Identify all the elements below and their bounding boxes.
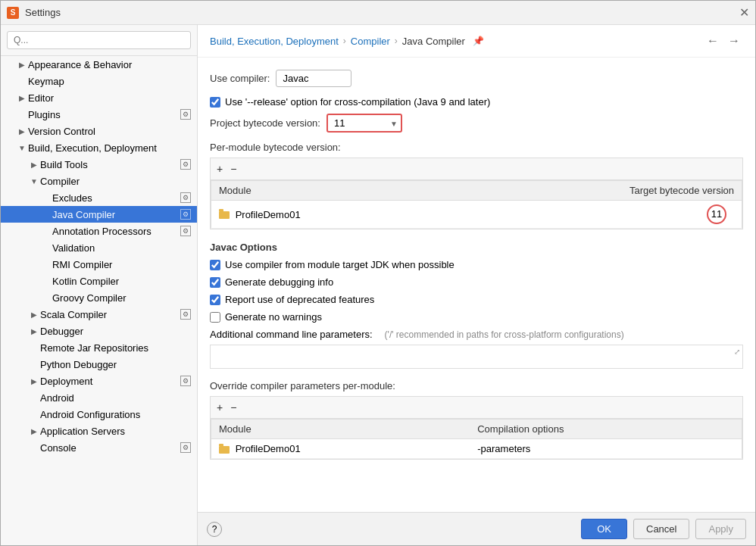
target-version-column-header: Target bytecode version [448,181,742,201]
add-module-button[interactable]: + [214,161,226,176]
per-module-table-header: Module Target bytecode version [211,181,742,201]
sidebar-item-debugger[interactable]: Debugger [1,323,197,339]
cmd-textarea-wrapper: ⤢ [210,345,743,371]
sidebar-label-kotlin: Kotlin Compiler [52,276,119,287]
option2-checkbox[interactable] [210,277,220,288]
sidebar-item-application-servers[interactable]: Application Servers [1,423,197,439]
option4-checkbox[interactable] [210,312,220,323]
expand-arrow-debugger [28,325,40,337]
breadcrumb-java-compiler: Java Compiler [402,36,465,47]
remove-override-button[interactable]: − [227,400,239,415]
sidebar-item-java-compiler[interactable]: Java Compiler ⚙ [1,206,197,223]
per-module-table-container: Module Target bytecode version [210,179,743,229]
option3-checkbox[interactable] [210,295,220,305]
sidebar-label-groovy: Groovy Compiler [52,292,127,304]
expand-textarea-icon[interactable]: ⤢ [734,348,740,356]
table-row: ProfileDemo01 -parameters [211,439,742,459]
module-folder-icon [219,211,230,219]
sidebar-item-compiler[interactable]: Compiler [1,173,197,189]
option2-label: Generate debugging info [225,276,333,288]
sidebar-item-annotation-processors[interactable]: Annotation Processors ⚙ [1,223,197,239]
per-module-table: Module Target bytecode version [211,180,742,229]
sidebar-item-validation[interactable]: Validation [1,239,197,256]
additional-cmd-label: Additional command line parameters: [210,329,373,340]
sidebar-item-groovy-compiler[interactable]: Groovy Compiler [1,289,197,306]
additional-cmd-hint: ('/' recommended in paths for cross-plat… [385,329,624,340]
breadcrumb-build[interactable]: Build, Execution, Deployment [210,36,339,47]
sidebar-item-python-debugger[interactable]: Python Debugger [1,356,197,373]
help-button[interactable]: ? [207,522,222,537]
sidebar-item-version-control[interactable]: Version Control [1,123,197,139]
cmd-textarea[interactable] [210,345,743,369]
sidebar-item-build-execution[interactable]: Build, Execution, Deployment [1,139,197,156]
sidebar-label-editor: Editor [28,92,54,104]
console-config-icon: ⚙ [180,442,191,453]
override-folder-icon [219,446,230,454]
expand-arrow-editor [16,92,28,104]
sidebar-item-build-tools[interactable]: Build Tools ⚙ [1,156,197,173]
expand-arrow-keymap [16,75,28,87]
ok-button[interactable]: OK [581,519,627,539]
app-icon: S [7,7,19,19]
expand-arrow-appearance [16,58,28,70]
sidebar-label-compiler: Compiler [40,176,80,187]
expand-arrow-java-compiler [40,208,52,220]
sidebar-label-debugger: Debugger [40,326,83,337]
expand-arrow-bt [28,158,40,170]
option3-label: Report use of deprecated features [225,294,374,305]
back-button[interactable]: ← [704,33,722,49]
sidebar-item-android[interactable]: Android [1,389,197,406]
apply-button[interactable]: Apply [695,519,746,539]
compiler-select[interactable]: Javac [276,70,351,87]
override-table-container: Module Compilation options ProfileDemo01 [210,418,743,460]
sidebar-item-plugins[interactable]: Plugins ⚙ [1,106,197,123]
bottom-bar: ? OK Cancel Apply [198,512,755,545]
use-compiler-label: Use compiler: [210,73,270,84]
java-compiler-config-icon: ⚙ [180,209,191,220]
sidebar-item-deployment[interactable]: Deployment ⚙ [1,373,197,389]
sidebar-item-rmi-compiler[interactable]: RMI Compiler [1,256,197,273]
sidebar-item-keymap[interactable]: Keymap [1,73,197,89]
expand-arrow-vc [16,125,28,137]
sidebar-item-editor[interactable]: Editor [1,89,197,106]
title-bar: S Settings ✕ [1,1,755,25]
bottom-right: OK Cancel Apply [581,519,746,539]
right-panel: Build, Execution, Deployment › Compiler … [198,25,755,545]
sidebar-item-kotlin-compiler[interactable]: Kotlin Compiler [1,273,197,289]
option2-row: Generate debugging info [210,276,743,288]
option4-label: Generate no warnings [225,311,322,323]
panel-content: Use compiler: Javac Use '--release' opti… [198,58,755,512]
option1-checkbox[interactable] [210,260,220,270]
sidebar-item-scala-compiler[interactable]: Scala Compiler ⚙ [1,306,197,323]
sidebar-item-remote-jar[interactable]: Remote Jar Repositories [1,339,197,356]
remove-module-button[interactable]: − [227,161,239,176]
plugins-config-icon: ⚙ [180,109,191,120]
expand-arrow-rmi [40,258,52,270]
breadcrumb-nav: ← → [704,33,743,49]
breadcrumb-compiler[interactable]: Compiler [351,36,390,47]
module-cell: ProfileDemo01 [211,201,448,229]
sidebar-label-scala: Scala Compiler [40,309,107,320]
release-checkbox[interactable] [210,97,220,108]
sidebar-label-python: Python Debugger [40,359,117,370]
search-input[interactable] [7,31,191,49]
forward-button[interactable]: → [725,33,743,49]
bytecode-label: Project bytecode version: [210,117,320,129]
expand-arrow-compiler [28,175,40,187]
sidebar-label-console: Console [40,442,77,454]
sidebar-label-deployment: Deployment [40,376,92,387]
sidebar-item-excludes[interactable]: Excludes ⚙ [1,189,197,206]
override-options-cell: -parameters [470,439,742,459]
sidebar-item-android-configs[interactable]: Android Configurations [1,406,197,423]
sidebar-label-appearance: Appearance & Behavior [28,59,132,70]
override-module-header: Module [211,420,470,439]
module-name: ProfileDemo01 [236,209,301,220]
add-override-button[interactable]: + [214,400,226,415]
close-button[interactable]: ✕ [739,5,749,20]
override-section: Override compiler parameters per-module:… [210,380,743,460]
main-content: Appearance & Behavior Keymap Editor Plug… [1,25,755,545]
cancel-button[interactable]: Cancel [633,519,689,539]
sidebar-item-console[interactable]: Console ⚙ [1,439,197,456]
sidebar-item-appearance-behavior[interactable]: Appearance & Behavior [1,56,197,73]
expand-arrow-android-configs [28,408,40,420]
